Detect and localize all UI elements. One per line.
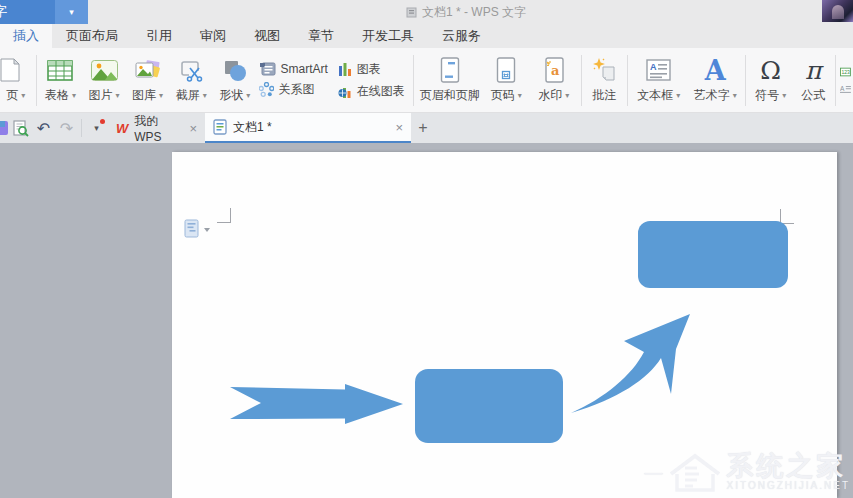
relation-chart-button[interactable]: 关系图	[259, 81, 334, 98]
svg-text:123: 123	[842, 69, 851, 75]
page-icon	[0, 57, 23, 83]
app-menu-dropdown[interactable]: ▾	[55, 0, 88, 24]
table-button[interactable]: 表格▾	[39, 48, 83, 112]
close-icon[interactable]: ×	[189, 121, 197, 136]
shapes-icon	[222, 59, 248, 82]
pi-formula-icon: π	[805, 56, 821, 85]
ribbon: 页▾ 表格▾	[0, 48, 853, 113]
tab-page-layout[interactable]: 页面布局	[52, 24, 132, 48]
ribbon-tab-bar: 插入 页面布局 引用 审阅 视图 章节 开发工具 云服务	[0, 24, 853, 48]
window-title: 文档1 * - WPS 文字	[406, 4, 526, 21]
site-watermark: — 系统之家 XITONGZHIJIA.NET	[645, 452, 851, 492]
formula-button[interactable]: π 公式	[793, 48, 833, 112]
cover-page-button[interactable]: 页▾	[0, 48, 34, 112]
header-footer-button[interactable]: 页眉和页脚	[416, 48, 483, 112]
drawing-layer	[0, 143, 853, 498]
print-preview-button[interactable]	[9, 113, 32, 143]
redo-button[interactable]: ↷	[55, 113, 78, 143]
document-icon	[406, 7, 417, 18]
table-icon	[47, 60, 73, 81]
tab-cloud[interactable]: 云服务	[428, 24, 495, 48]
print-preview-icon	[12, 120, 29, 137]
chevron-down-icon: ▾	[565, 91, 569, 100]
shape-curved-up-arrow[interactable]	[571, 314, 690, 413]
symbol-button[interactable]: Ω 符号▾	[748, 48, 794, 112]
comment-icon	[591, 58, 617, 83]
chevron-down-icon: ▾	[676, 91, 680, 100]
document-canvas[interactable]: — 系统之家 XITONGZHIJIA.NET	[0, 143, 853, 498]
tab-review[interactable]: 审阅	[186, 24, 240, 48]
shapes-button[interactable]: 形状▾	[213, 48, 257, 112]
tab-developer[interactable]: 开发工具	[348, 24, 428, 48]
redo-icon: ↷	[60, 119, 73, 138]
ribbon-separator	[581, 55, 582, 106]
user-avatar[interactable]	[822, 0, 853, 22]
tab-references[interactable]: 引用	[132, 24, 186, 48]
tab-document1[interactable]: 文档1 * ×	[205, 113, 411, 143]
chevron-down-icon: ▾	[733, 91, 737, 100]
watermark-brand-text: 系统之家	[727, 453, 847, 480]
chevron-down-icon: ▾	[94, 123, 99, 133]
text-lines-button[interactable]: A	[840, 83, 851, 95]
wordart-button[interactable]: A 艺术字▾	[688, 48, 743, 112]
plus-icon: +	[418, 119, 427, 137]
chart-button[interactable]: 图表	[338, 61, 409, 78]
comment-button[interactable]: 批注	[583, 48, 625, 112]
smartart-icon	[259, 62, 276, 76]
undo-icon: ↶	[37, 119, 50, 138]
app-menu-button[interactable]: 字 ▾	[0, 0, 88, 24]
ribbon-separator	[36, 55, 37, 106]
tab-view[interactable]: 视图	[240, 24, 294, 48]
save-icon	[0, 120, 9, 136]
chevron-down-icon: ▾	[21, 91, 25, 100]
text-lines-icon: A	[840, 83, 851, 95]
chart-icon	[338, 62, 352, 76]
watermark-icon: a	[543, 57, 565, 83]
online-chart-icon	[338, 84, 352, 98]
tab-my-wps[interactable]: W 我的WPS ×	[108, 113, 205, 143]
customize-toolbar-button[interactable]: ▾	[85, 113, 108, 143]
picture-button[interactable]: 图片▾	[82, 48, 126, 112]
paste-options-icon[interactable]	[185, 220, 210, 237]
shape-rounded-rectangle-middle[interactable]	[415, 369, 563, 443]
gallery-icon	[134, 59, 162, 82]
shape-rounded-rectangle-top[interactable]	[638, 221, 788, 288]
margin-corner-mark-topright	[780, 209, 794, 224]
chevron-down-icon: ▾	[72, 91, 76, 100]
shape-notched-right-arrow[interactable]	[230, 384, 403, 424]
chevron-down-icon: ▾	[518, 91, 522, 100]
margin-corner-mark-topleft	[217, 208, 231, 223]
textbox-button[interactable]: A 文本框▾	[630, 48, 687, 112]
chevron-down-icon: ▾	[159, 91, 163, 100]
omega-symbol-icon: Ω	[760, 56, 781, 85]
chevron-down-icon: ▾	[69, 7, 74, 17]
numbering-button[interactable]: 123	[840, 66, 851, 78]
tab-section[interactable]: 章节	[294, 24, 348, 48]
numbers-123-icon: 123	[840, 66, 851, 78]
toolbar-separator	[81, 119, 82, 137]
wps-logo-icon: W	[116, 121, 128, 136]
writer-doc-icon	[213, 119, 227, 135]
smartart-button[interactable]: SmartArt	[259, 62, 334, 76]
close-icon[interactable]: ×	[395, 120, 403, 135]
tab-insert[interactable]: 插入	[0, 24, 52, 48]
ribbon-separator	[627, 55, 628, 106]
undo-button[interactable]: ↶	[32, 113, 55, 143]
wps-writer-window: 字 ▾ 文档1 * - WPS 文字 插入 页面布局 引用 审阅 视图 章节 开…	[0, 0, 853, 498]
gallery-button[interactable]: 图库▾	[126, 48, 170, 112]
page-number-button[interactable]: 页码▾	[483, 48, 529, 112]
svg-text:a: a	[551, 63, 560, 78]
relation-chart-icon	[259, 82, 274, 97]
header-footer-icon	[440, 57, 460, 83]
online-chart-button[interactable]: 在线图表	[338, 83, 409, 100]
watermark-button[interactable]: a 水印▾	[529, 48, 579, 112]
save-button[interactable]	[0, 113, 9, 143]
document-tab-bar: ↶ ↷ ▾ W 我的WPS × 文档1 * × +	[0, 113, 853, 143]
new-tab-button[interactable]: +	[411, 113, 435, 143]
screenshot-button[interactable]: 截屏▾	[169, 48, 213, 112]
ribbon-separator	[745, 55, 746, 106]
app-menu-label[interactable]: 字	[0, 0, 55, 24]
chevron-down-icon: ▾	[782, 91, 786, 100]
svg-text:A: A	[840, 85, 845, 92]
picture-icon	[91, 60, 118, 81]
